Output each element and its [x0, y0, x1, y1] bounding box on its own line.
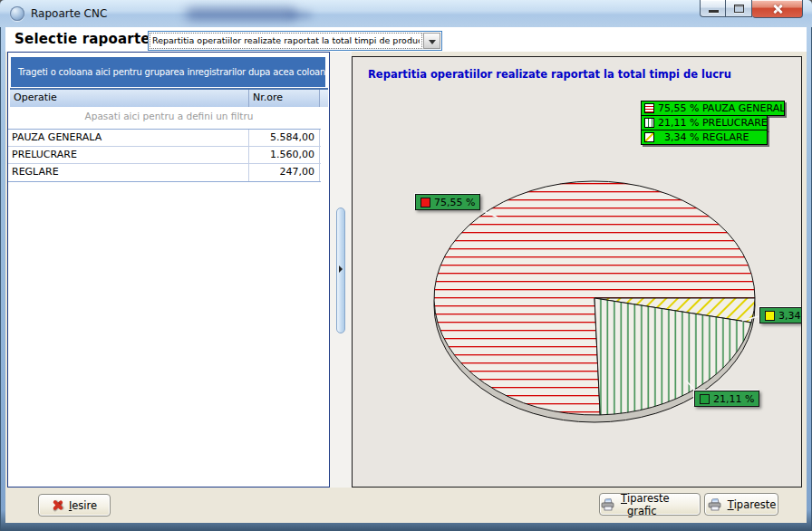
redacted-title-text: [186, 8, 296, 20]
window-controls: [700, 0, 803, 18]
cell-operatie: PRELUCRARE: [8, 147, 249, 163]
iesire-button[interactable]: Iesire: [38, 494, 111, 517]
cell-operatie: PAUZA GENERALA: [8, 130, 249, 146]
column-header-filler: [320, 90, 328, 107]
legend-item-reglare: 3,34 % REGLARE: [641, 130, 768, 145]
slice-percent: 21,11 %: [713, 393, 754, 405]
cell-nr-ore: 1.560,00: [249, 147, 320, 163]
tipareste-button[interactable]: Tipareste: [704, 493, 778, 516]
tipareste-grafic-button[interactable]: Tipareste grafic: [599, 493, 701, 516]
legend-swatch-yellow-hatch-icon: [644, 132, 654, 142]
title-bar[interactable]: Rapoarte CNC: [0, 0, 812, 27]
legend-item-prelucrare: 21,11 % PRELUCRARE: [641, 115, 768, 130]
client-area: Selectie rapoarte Repartitia operatiilor…: [5, 27, 807, 523]
panel-splitter-handle[interactable]: [336, 208, 345, 333]
printer-icon: [600, 497, 615, 511]
legend-swatch-green-hatch-icon: [644, 118, 654, 128]
report-combobox-dropdown-button[interactable]: [423, 33, 440, 49]
printer-icon: [707, 497, 722, 511]
legend-label: 3,34 % REGLARE: [658, 131, 749, 143]
app-sphere-icon: [10, 6, 24, 21]
legend-label: 21,11 % PRELUCRARE: [658, 117, 768, 129]
legend-label: 75,55 % PAUZA GENERALA: [658, 102, 785, 114]
report-combobox-value: Repartitia operatiilor realizate raporta…: [152, 35, 420, 45]
table-row[interactable]: PRELUCRARE 1.560,00: [8, 147, 321, 164]
slice-label-prelucrare: 21,11 %: [694, 391, 759, 407]
chevron-down-icon: [429, 40, 436, 44]
slice-label-pauza-generala: 75,55 %: [415, 194, 480, 210]
redacted-title-text-2: [288, 12, 312, 18]
column-header-nr-ore[interactable]: Nr.ore: [249, 90, 320, 107]
slice-percent: 75,55 %: [434, 197, 475, 208]
slice-label-reglare: 3,34 %: [759, 307, 802, 323]
operations-grid: Trageti o coloana aici pentru gruparea i…: [7, 52, 330, 488]
green-square-icon: [700, 394, 710, 404]
cell-operatie: REGLARE: [8, 164, 249, 181]
slice-percent: 3,34 %: [778, 310, 802, 322]
report-combobox[interactable]: Repartitia operatiilor realizate raporta…: [148, 31, 442, 51]
close-x-icon: [772, 4, 783, 14]
minimize-bar-icon: [709, 10, 719, 13]
legend-swatch-red-hatch-icon: [644, 103, 654, 113]
legend-item-pauza-generala: 75,55 % PAUZA GENERALA: [641, 101, 785, 116]
report-selector-label: Selectie rapoarte: [14, 31, 150, 47]
report-selector-strip: Selectie rapoarte Repartitia operatiilor…: [5, 27, 807, 52]
cell-nr-ore: 5.584,00: [249, 130, 320, 146]
cell-nr-ore: 247,00: [249, 164, 320, 181]
pie-chart-panel: Repartitia operatiilor realizate raporta…: [352, 56, 802, 488]
minimize-button[interactable]: [700, 0, 726, 17]
red-square-icon: [420, 198, 430, 208]
close-button[interactable]: [752, 0, 803, 18]
restore-box-icon: [734, 5, 744, 13]
table-row[interactable]: REGLARE 247,00: [8, 164, 321, 181]
window-title: Rapoarte CNC: [31, 7, 107, 20]
column-header-operatie[interactable]: Operatie: [10, 90, 249, 107]
chevron-right-icon: [339, 266, 343, 273]
grid-rows: PAUZA GENERALA 5.584,00 PRELUCRARE 1.560…: [8, 129, 321, 182]
grid-filter-row[interactable]: Apasati aici pentru a defini un filtru: [10, 107, 328, 125]
grid-group-by-area[interactable]: Trageti o coloana aici pentru gruparea i…: [11, 57, 325, 87]
window: Rapoarte CNC Selectie rapoarte Repartiti…: [0, 0, 812, 531]
yellow-square-icon: [765, 311, 775, 321]
chart-title: Repartitia operatiilor realizate raporta…: [368, 68, 731, 81]
red-x-icon: [52, 499, 63, 511]
grid-header-row: Operatie Nr.ore: [10, 88, 328, 107]
maximize-button[interactable]: [726, 0, 752, 17]
table-row[interactable]: PAUZA GENERALA 5.584,00: [8, 130, 321, 147]
